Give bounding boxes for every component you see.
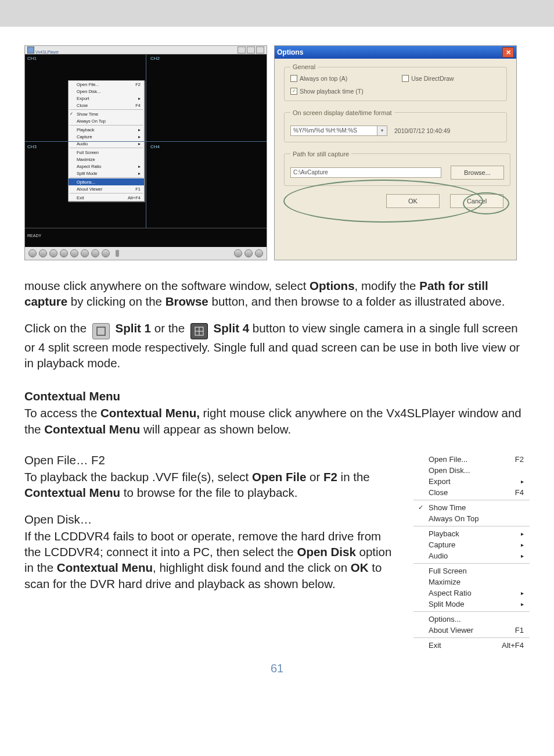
menu-export[interactable]: Export▸ <box>413 476 530 487</box>
ctx-split-mode[interactable]: Split Mode▸ <box>69 170 144 177</box>
menu-options[interactable]: Options... <box>413 614 530 625</box>
context-menu-screenshot: Open File...F2 Open Disk... Export▸ Clos… <box>413 452 530 653</box>
contextual-menu-paragraph: To access the Contextual Menu, right mou… <box>24 405 530 437</box>
transport-btn[interactable] <box>39 249 47 257</box>
ctx-open-disk[interactable]: Open Disk... <box>69 88 144 95</box>
open-file-heading: Open File… F2 <box>24 452 398 468</box>
show-playback-time-checkbox[interactable]: ✓Show playback time (T) <box>290 88 364 95</box>
svg-rect-0 <box>97 327 105 335</box>
transport-btn[interactable] <box>70 249 78 257</box>
general-group: General Always on top (A) Use DirectDraw… <box>284 63 507 101</box>
transport-btn[interactable] <box>60 249 68 257</box>
split1-icon <box>92 323 110 339</box>
maximize-icon[interactable] <box>247 46 255 53</box>
open-disk-paragraph: If the LCDDVR4 fails to boot or operate,… <box>24 528 398 592</box>
transport-btn[interactable] <box>81 249 89 257</box>
ctx-always-on-top[interactable]: Always On Top <box>69 117 144 124</box>
chevron-down-icon[interactable]: ▾ <box>377 126 387 136</box>
use-directdraw-checkbox[interactable]: Use DirectDraw <box>402 75 454 82</box>
top-gray-bar <box>0 0 554 27</box>
options-titlebar: Options ✕ <box>275 46 516 59</box>
capture-icon[interactable] <box>255 249 263 257</box>
highlight-oval-path <box>283 180 483 223</box>
menu-aspect-ratio[interactable]: Aspect Ratio▸ <box>413 587 530 599</box>
play-icon[interactable] <box>28 249 37 257</box>
player-title: Vx4SLPlayer <box>35 50 59 54</box>
close-icon[interactable] <box>256 46 264 53</box>
ctx-full-screen[interactable]: Full Screen <box>69 149 144 156</box>
transport-btn[interactable] <box>49 249 57 257</box>
menu-open-file[interactable]: Open File...F2 <box>413 454 530 465</box>
contextual-menu-heading: Contextual Menu <box>24 388 530 404</box>
osd-format-dropdown[interactable]: ▾ <box>290 126 387 136</box>
ctx-show-time[interactable]: Show Time <box>69 110 144 117</box>
ctx-about[interactable]: About ViewerF1 <box>69 185 144 192</box>
options-title: Options <box>277 48 303 56</box>
menu-exit[interactable]: ExitAlt+F4 <box>413 640 530 651</box>
close-icon[interactable]: ✕ <box>502 47 514 58</box>
player-transport-bar[interactable] <box>25 247 267 260</box>
player-titlebar: Vx4SLPlayer <box>25 46 267 54</box>
volume-slider[interactable] <box>116 250 119 257</box>
always-on-top-checkbox[interactable]: Always on top (A) <box>290 75 347 82</box>
osd-format-input[interactable] <box>290 126 377 136</box>
ctx-capture[interactable]: Capture▸ <box>69 133 144 140</box>
transport-btn[interactable] <box>91 249 99 257</box>
menu-always-on-top[interactable]: Always On Top <box>413 513 530 524</box>
menu-full-screen[interactable]: Full Screen <box>413 565 530 576</box>
open-disk-heading: Open Disk… <box>24 511 398 527</box>
open-file-paragraph: To playback the backup .VVF file(s), sel… <box>24 469 398 501</box>
options-dialog-screenshot: Options ✕ General Always on top (A) Use … <box>274 45 517 260</box>
split4-icon <box>190 323 208 339</box>
highlight-oval-browse <box>463 192 509 214</box>
ctx-aspect-ratio[interactable]: Aspect Ratio▸ <box>69 163 144 170</box>
ctx-playback[interactable]: Playback▸ <box>69 126 144 133</box>
player-screenshot: Vx4SLPlayer CH1 CH2 CH3 CH4 Open File...… <box>24 45 267 260</box>
player-video-grid: CH1 CH2 CH3 CH4 Open File...F2 Open Disk… <box>25 54 267 228</box>
osd-group: On screen display date/time format ▾ 201… <box>284 109 507 142</box>
menu-open-disk[interactable]: Open Disk... <box>413 465 530 476</box>
browse-button[interactable]: Browse... <box>451 166 504 180</box>
ch2-label: CH2 <box>150 56 160 61</box>
menu-maximize[interactable]: Maximize <box>413 576 530 587</box>
ctx-maximize[interactable]: Maximize <box>69 156 144 163</box>
ctx-close[interactable]: CloseF4 <box>69 102 144 109</box>
paragraph-path-capture: mouse click anywhere on the software win… <box>24 278 530 310</box>
split1-icon[interactable] <box>234 249 242 257</box>
ctx-export[interactable]: Export▸ <box>69 95 144 102</box>
ctx-options[interactable]: Options... <box>69 178 144 185</box>
capture-path-input[interactable] <box>290 167 441 178</box>
ctx-open-file[interactable]: Open File...F2 <box>69 81 144 88</box>
ch3-label: CH3 <box>27 144 37 149</box>
player-app-icon <box>27 46 34 53</box>
ctx-exit[interactable]: ExitAlt+F4 <box>69 194 144 201</box>
menu-playback[interactable]: Playback▸ <box>413 528 530 539</box>
player-status: READY <box>27 234 41 238</box>
menu-split-mode[interactable]: Split Mode▸ <box>413 599 530 610</box>
transport-btn[interactable] <box>102 249 110 257</box>
menu-close[interactable]: CloseF4 <box>413 487 530 498</box>
osd-legend: On screen display date/time format <box>290 109 394 116</box>
player-context-menu[interactable]: Open File...F2 Open Disk... Export▸ Clos… <box>68 80 145 202</box>
menu-audio[interactable]: Audio▸ <box>413 550 530 561</box>
menu-capture[interactable]: Capture▸ <box>413 539 530 550</box>
path-legend: Path for still capture <box>290 151 351 157</box>
ch1-label: CH1 <box>27 56 37 61</box>
minimize-icon[interactable] <box>238 46 246 53</box>
menu-show-time[interactable]: Show Time <box>413 502 530 513</box>
osd-sample: 2010/07/12 10:40:49 <box>394 127 450 134</box>
menu-about[interactable]: About ViewerF1 <box>413 625 530 636</box>
general-legend: General <box>290 63 318 70</box>
ctx-audio[interactable]: Audio▸ <box>69 140 144 147</box>
paragraph-split-buttons: Click on the Split 1 or the Split 4 butt… <box>24 320 530 371</box>
split4-icon[interactable] <box>244 249 253 257</box>
ch4-label: CH4 <box>150 144 160 149</box>
screenshot-row: Vx4SLPlayer CH1 CH2 CH3 CH4 Open File...… <box>0 27 554 271</box>
page-number: 61 <box>0 662 554 675</box>
